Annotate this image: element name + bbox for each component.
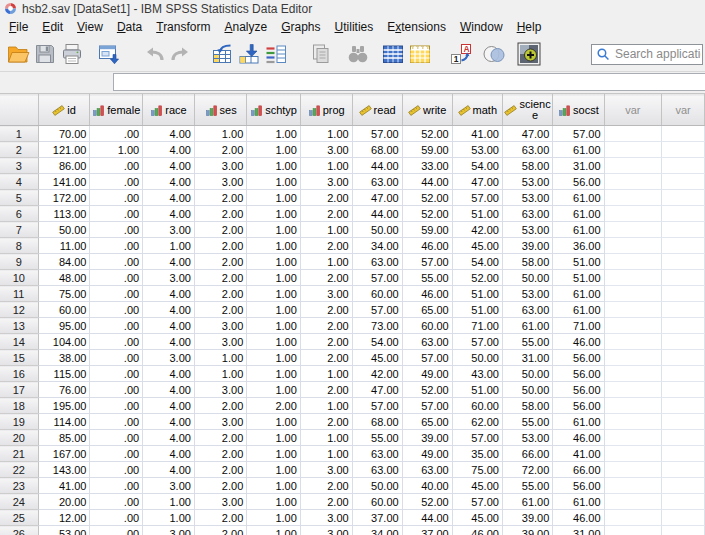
grid-corner-cell[interactable] [0,95,38,126]
data-cell[interactable]: 61.00 [553,142,604,158]
data-cell[interactable]: 60.00 [402,318,452,334]
data-cell[interactable]: 45.00 [452,510,502,526]
data-cell[interactable]: 1.00 [247,126,301,142]
data-cell[interactable]: 1.00 [247,510,301,526]
data-cell[interactable]: 47.00 [502,126,552,142]
menu-utilities[interactable]: Utilities [328,17,381,37]
column-header-var[interactable]: var [662,95,705,126]
data-cell[interactable]: .00 [90,414,143,430]
data-cell[interactable]: 4.00 [143,318,195,334]
data-cell[interactable]: 57.00 [553,126,604,142]
data-cell[interactable]: 86.00 [38,158,90,174]
data-cell[interactable]: 47.00 [452,174,502,190]
data-cell[interactable]: 4.00 [143,126,195,142]
data-cell[interactable]: 50.00 [502,366,552,382]
customize-toolbar-icon[interactable] [515,41,542,68]
data-cell[interactable]: 40.00 [402,478,452,494]
data-cell[interactable]: 66.00 [502,446,552,462]
data-cell[interactable]: 39.00 [502,526,552,535]
data-cell[interactable]: 57.00 [452,430,502,446]
data-cell[interactable]: 50.00 [352,478,402,494]
data-cell[interactable]: 2.00 [194,190,246,206]
data-cell[interactable]: .00 [90,302,143,318]
data-cell[interactable]: 56.00 [553,382,604,398]
data-cell[interactable]: .00 [90,334,143,350]
data-cell[interactable]: 48.00 [38,270,90,286]
row-number[interactable]: 26 [0,526,38,535]
empty-cell[interactable] [662,238,705,254]
data-cell[interactable]: 1.00 [247,366,301,382]
data-cell[interactable]: 44.00 [402,174,452,190]
data-cell[interactable]: 172.00 [38,190,90,206]
data-cell[interactable]: .00 [90,478,143,494]
data-cell[interactable]: .00 [90,318,143,334]
data-cell[interactable]: 53.00 [502,174,552,190]
row-number[interactable]: 16 [0,366,38,382]
column-header-id[interactable]: id [38,95,90,126]
data-cell[interactable]: 71.00 [452,318,502,334]
cell-editor-input[interactable] [113,73,705,91]
empty-cell[interactable] [662,478,705,494]
empty-cell[interactable] [604,478,662,494]
data-cell[interactable]: 1.00 [247,334,301,350]
data-cell[interactable]: 1.00 [300,366,352,382]
data-cell[interactable]: .00 [90,222,143,238]
data-cell[interactable]: 143.00 [38,462,90,478]
go-to-variable-icon[interactable] [235,41,262,68]
menu-data[interactable]: Data [110,17,149,37]
empty-cell[interactable] [604,142,662,158]
row-number[interactable]: 12 [0,302,38,318]
data-cell[interactable]: 2.00 [194,286,246,302]
data-cell[interactable]: 53.00 [502,286,552,302]
empty-cell[interactable] [604,302,662,318]
data-cell[interactable]: 4.00 [143,302,195,318]
empty-cell[interactable] [662,382,705,398]
data-cell[interactable]: 3.00 [194,158,246,174]
data-cell[interactable]: 2.00 [194,270,246,286]
data-cell[interactable]: 58.00 [502,254,552,270]
data-cell[interactable]: 55.00 [502,414,552,430]
data-cell[interactable]: 2.00 [300,350,352,366]
data-cell[interactable]: 1.00 [247,446,301,462]
open-icon[interactable] [4,41,31,68]
empty-cell[interactable] [662,414,705,430]
data-cell[interactable]: 34.00 [352,526,402,535]
menu-transform[interactable]: Transform [149,17,217,37]
column-header-female[interactable]: female [90,95,143,126]
data-cell[interactable]: .00 [90,254,143,270]
row-number[interactable]: 14 [0,334,38,350]
data-cell[interactable]: 1.00 [194,350,246,366]
data-cell[interactable]: 1.00 [247,222,301,238]
data-cell[interactable]: 1.00 [247,270,301,286]
data-cell[interactable]: 65.00 [402,414,452,430]
data-cell[interactable]: 3.00 [300,510,352,526]
data-cell[interactable]: 60.00 [352,286,402,302]
data-cell[interactable]: 2.00 [194,206,246,222]
data-cell[interactable]: 3.00 [300,174,352,190]
empty-cell[interactable] [662,158,705,174]
data-cell[interactable]: 2.00 [300,414,352,430]
data-cell[interactable]: 1.00 [247,430,301,446]
recall-dialogs-icon[interactable] [95,41,122,68]
data-cell[interactable]: 12.00 [38,510,90,526]
search-box[interactable] [591,44,703,65]
data-cell[interactable]: 45.00 [452,238,502,254]
data-cell[interactable]: 52.00 [452,270,502,286]
data-cell[interactable]: 55.00 [352,430,402,446]
data-cell[interactable]: 57.00 [402,398,452,414]
empty-cell[interactable] [604,414,662,430]
data-cell[interactable]: 1.00 [247,286,301,302]
data-cell[interactable]: 1.00 [300,158,352,174]
empty-cell[interactable] [604,126,662,142]
data-cell[interactable]: 63.00 [402,334,452,350]
data-cell[interactable]: 46.00 [452,526,502,535]
data-cell[interactable]: 58.00 [502,398,552,414]
data-cell[interactable]: .00 [90,382,143,398]
data-cell[interactable]: 57.00 [452,334,502,350]
empty-cell[interactable] [662,270,705,286]
data-cell[interactable]: 1.00 [247,238,301,254]
data-cell[interactable]: 57.00 [402,254,452,270]
data-cell[interactable]: .00 [90,206,143,222]
empty-cell[interactable] [604,238,662,254]
data-cell[interactable]: 46.00 [553,430,604,446]
